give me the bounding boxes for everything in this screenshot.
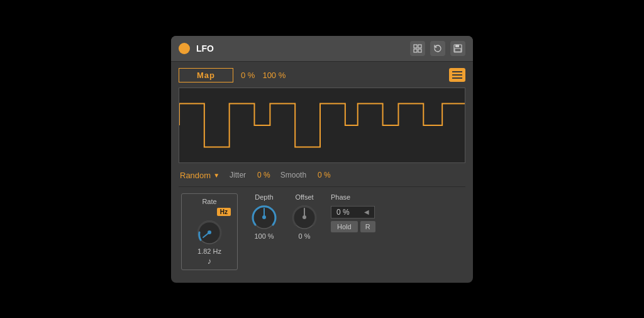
map-bar: Map 0 % 100 % [179,68,465,82]
bottom-controls: Rate Hz 1.82 Hz [179,187,465,276]
waveform-type-select[interactable]: Random ▼ [180,171,219,180]
hz-badge[interactable]: Hz [217,208,231,216]
depth-knob-container: 100 % [250,203,278,240]
svg-rect-0 [414,45,417,48]
phase-display[interactable]: 0 % ◀ [331,206,375,219]
rate-section: Rate Hz 1.82 Hz [181,193,238,270]
save-icon[interactable] [450,41,465,56]
svg-rect-5 [455,45,459,47]
depth-label: Depth [255,193,273,201]
map-max-value: 100 % [262,71,286,80]
phase-arrow-icon: ◀ [364,208,369,215]
map-min-value: 0 % [241,71,255,80]
map-button[interactable]: Map [179,68,233,82]
offset-knob[interactable] [291,203,318,231]
rate-value: 1.82 Hz [197,247,221,255]
svg-point-12 [262,215,266,219]
title-icons [410,41,465,56]
main-content: Map 0 % 100 % Random ▼ Jitter 0 % S [171,62,473,283]
phase-value: 0 % [336,208,350,217]
note-icon[interactable]: ♪ [208,256,212,266]
svg-point-15 [303,215,306,219]
svg-rect-1 [418,45,421,48]
refresh-icon[interactable] [430,41,445,56]
expand-icon[interactable] [410,41,425,56]
rate-knob[interactable] [196,219,223,246]
phase-label: Phase [331,193,350,201]
offset-value: 0 % [299,232,311,240]
hold-button[interactable]: Hold [331,221,358,232]
phase-section: Phase 0 % ◀ Hold R [331,193,375,232]
reset-button[interactable]: R [360,221,375,232]
offset-knob-container: 0 % [291,203,318,240]
plugin-title: LFO [196,43,410,54]
depth-value: 100 % [254,232,274,240]
svg-rect-2 [414,49,417,52]
waveform-display [179,88,465,163]
title-bar: LFO [171,36,473,62]
jitter-value[interactable]: 0 % [257,171,270,179]
depth-section: Depth 100 % [250,193,278,240]
waveform-type-label: Random [180,171,211,180]
rate-knob-container: 1.82 Hz [196,219,223,255]
svg-point-9 [208,230,211,234]
depth-knob[interactable] [250,203,278,231]
offset-label: Offset [295,193,313,201]
smooth-label: Smooth [280,171,306,179]
svg-rect-6 [455,48,461,52]
title-indicator [179,43,190,54]
phase-buttons: Hold R [331,221,375,232]
chevron-down-icon: ▼ [213,172,219,179]
map-list-icon[interactable] [449,68,465,82]
smooth-value[interactable]: 0 % [318,171,331,179]
rate-label: Rate [188,198,231,205]
plugin-window: LFO [171,36,473,283]
offset-section: Offset 0 % [291,193,318,240]
jitter-label: Jitter [230,171,246,179]
svg-rect-3 [418,49,421,52]
waveform-controls: Random ▼ Jitter 0 % Smooth 0 % [179,168,465,187]
